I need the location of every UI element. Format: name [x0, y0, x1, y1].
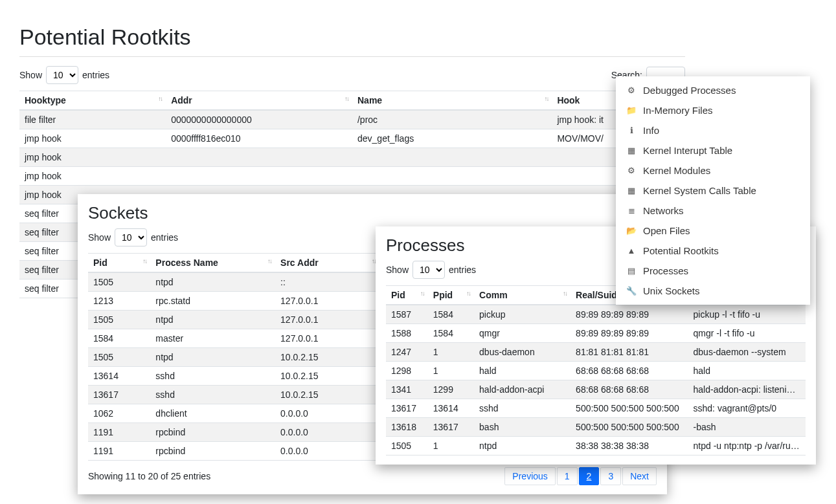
cell: 500:500 500:500 500:500 [571, 418, 688, 437]
cell: 68:68 68:68 68:68 [571, 380, 688, 399]
table-row[interactable]: 15051ntpd38:38 38:38 38:38ntpd -u ntp:nt… [386, 437, 806, 455]
cell: qmgr [474, 324, 571, 343]
menu-item-open-files[interactable]: 📂Open Files [616, 221, 810, 241]
menu-icon: ▲ [626, 246, 637, 256]
cell: 1584 [428, 305, 474, 324]
menu-icon: ▤ [626, 266, 637, 276]
processes-col-pid[interactable]: Pid [386, 286, 428, 305]
sockets-col-pid[interactable]: Pid [88, 254, 150, 273]
menu-item-kernel-modules[interactable]: ⚙Kernel Modules [616, 160, 810, 181]
menu-icon: ⚙ [626, 166, 637, 175]
cell: hald [688, 362, 806, 380]
cell: dev_get_flags [352, 129, 552, 148]
cell: 38:38 38:38 38:38 [571, 437, 688, 455]
sockets-col-process-name[interactable]: Process Name [150, 254, 275, 273]
rootkits-col-hooktype[interactable]: Hooktype [19, 91, 166, 111]
cell: pickup -l -t fifo -u [688, 305, 806, 324]
rootkits-col-name[interactable]: Name [352, 91, 552, 111]
processes-length: Show 10 entries [386, 261, 476, 279]
cell: 1505 [386, 437, 428, 455]
menu-label: Kernel Interupt Table [643, 145, 732, 156]
entries-label: entries [151, 232, 178, 243]
cell: 1299 [428, 380, 474, 399]
show-label: Show [386, 265, 409, 275]
menu-label: Potential Rootkits [643, 245, 719, 256]
menu-item-networks[interactable]: ≣Networks [616, 201, 810, 221]
menu-item-processes[interactable]: ▤Processes [616, 261, 810, 281]
page-prev[interactable]: Previous [504, 467, 555, 485]
page-next[interactable]: Next [622, 467, 657, 485]
rootkits-length: Show 10 entries [19, 66, 109, 84]
table-row[interactable]: jmp hook [19, 167, 685, 186]
cell: 1213 [88, 292, 150, 311]
cell: 1505 [88, 272, 150, 292]
menu-label: Kernel Modules [643, 165, 710, 176]
menu-item-debugged-processes[interactable]: ⚙Debugged Processes [616, 80, 810, 100]
cell: 68:68 68:68 68:68 [571, 362, 688, 380]
sockets-page-size[interactable]: 10 [115, 228, 147, 247]
processes-page-size[interactable]: 10 [412, 261, 445, 279]
cell [166, 167, 352, 186]
menu-icon: 📂 [626, 226, 637, 236]
show-label: Show [88, 232, 111, 243]
cell: -bash [688, 418, 806, 437]
table-row[interactable]: jmp hook0000ffff816ec010dev_get_flagsMOV… [19, 129, 685, 148]
rootkits-col-addr[interactable]: Addr [166, 91, 352, 111]
sockets-info: Showing 11 to 20 of 25 entries [88, 471, 210, 481]
cell: 0000000000000000 [166, 110, 352, 129]
processes-table: PidPpidCommReal/Suid/EffectiveArg 158715… [386, 285, 806, 455]
menu-label: Unix Sockets [643, 285, 700, 296]
page-3[interactable]: 3 [600, 467, 621, 485]
menu-label: Info [643, 125, 659, 136]
cell: sshd [150, 367, 275, 386]
table-row[interactable]: 15871584pickup89:89 89:89 89:89pickup -l… [386, 305, 806, 324]
menu-item-potential-rootkits[interactable]: ▲Potential Rootkits [616, 241, 810, 261]
menu-icon: ≣ [626, 206, 637, 215]
table-row[interactable]: 1361813617bash500:500 500:500 500:500-ba… [386, 418, 806, 437]
processes-col-ppid[interactable]: Ppid [428, 286, 474, 305]
cell: 13617 [428, 418, 474, 437]
menu-item-info[interactable]: ℹInfo [616, 120, 810, 140]
cell: jmp hook [19, 129, 166, 148]
table-row[interactable]: 1361713614sshd500:500 500:500 500:500ssh… [386, 399, 806, 418]
menu-icon: ▦ [626, 186, 637, 195]
cell: jmp hook [19, 167, 166, 186]
cell: 13614 [428, 399, 474, 418]
sockets-length: Show 10 entries [88, 228, 178, 247]
sockets-col-src-addr[interactable]: Src Addr [275, 254, 379, 273]
cell: 10.0.2.15 [275, 367, 379, 386]
cell: /proc [352, 110, 552, 129]
cell: 1587 [386, 305, 428, 324]
menu-item-unix-sockets[interactable]: 🔧Unix Sockets [616, 281, 810, 301]
page-1[interactable]: 1 [557, 467, 578, 485]
sockets-footer: Showing 11 to 20 of 25 entries Previous1… [88, 467, 657, 485]
menu-label: Kernel System Calls Table [643, 185, 756, 196]
cell: 1191 [88, 442, 150, 461]
cell: 10.0.2.15 [275, 386, 379, 404]
processes-col-comm[interactable]: Comm [474, 286, 571, 305]
cell: file filter [19, 110, 166, 129]
cell: 81:81 81:81 81:81 [571, 343, 688, 362]
cell: 1584 [428, 324, 474, 343]
cell: sshd [150, 386, 275, 404]
table-row[interactable]: file filter0000000000000000/procjmp hook… [19, 110, 685, 129]
cell: 1505 [88, 311, 150, 329]
menu-item-kernel-system-calls-table[interactable]: ▦Kernel System Calls Table [616, 181, 810, 201]
table-row[interactable]: jmp hook [19, 148, 685, 167]
cell: pickup [474, 305, 571, 324]
rootkits-page-size[interactable]: 10 [46, 66, 78, 84]
cell: bash [474, 418, 571, 437]
cell: 1247 [386, 343, 428, 362]
table-row[interactable]: 13411299hald-addon-acpi68:68 68:68 68:68… [386, 380, 806, 399]
table-row[interactable]: 12981hald68:68 68:68 68:68hald [386, 362, 806, 380]
menu-item-kernel-interupt-table[interactable]: ▦Kernel Interupt Table [616, 140, 810, 160]
menu-icon: 🔧 [626, 286, 637, 296]
cell: hald-addon-acpi [474, 380, 571, 399]
cell: dbus-daemon --system [688, 343, 806, 362]
page-2[interactable]: 2 [579, 467, 600, 485]
cell: 500:500 500:500 500:500 [571, 399, 688, 418]
menu-item-in-memory-files[interactable]: 📁In-Memory Files [616, 100, 810, 120]
table-row[interactable]: 15881584qmgr89:89 89:89 89:89qmgr -l -t … [386, 324, 806, 343]
table-row[interactable]: 12471dbus-daemon81:81 81:81 81:81dbus-da… [386, 343, 806, 362]
cell: sshd: vagrant@pts/0 [688, 399, 806, 418]
